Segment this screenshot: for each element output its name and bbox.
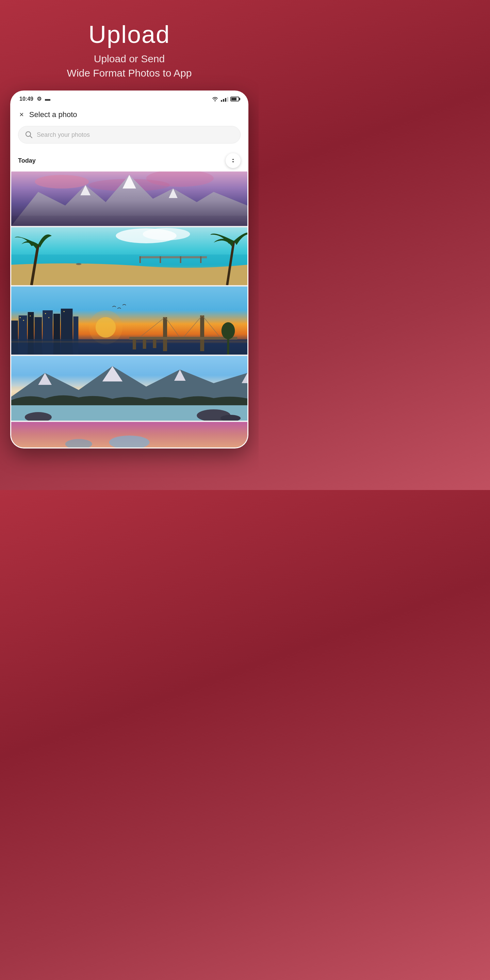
svg-rect-16 bbox=[140, 256, 207, 258]
svg-rect-43 bbox=[163, 317, 167, 351]
svg-rect-17 bbox=[140, 256, 141, 263]
signal-icon bbox=[221, 96, 228, 102]
svg-line-1 bbox=[30, 136, 32, 138]
svg-point-54 bbox=[221, 322, 235, 339]
search-field[interactable]: Search your photos bbox=[18, 126, 240, 143]
main-subtitle: Upload or Send Wide Format Photos to App bbox=[67, 52, 192, 80]
svg-point-3 bbox=[35, 175, 89, 189]
svg-rect-49 bbox=[129, 337, 237, 340]
sort-icon bbox=[230, 158, 236, 164]
svg-rect-40 bbox=[64, 311, 65, 312]
page-header: Upload Upload or Send Wide Format Photos… bbox=[67, 14, 192, 80]
status-bar: 10:49 ⚙ ▬ bbox=[11, 92, 247, 105]
svg-rect-11 bbox=[11, 216, 247, 226]
photo-picker-title: Select a photo bbox=[29, 110, 77, 119]
date-section: Today bbox=[11, 149, 247, 172]
main-title: Upload bbox=[67, 21, 192, 48]
svg-rect-42 bbox=[11, 341, 247, 343]
svg-rect-50 bbox=[133, 339, 136, 350]
photo-item[interactable] bbox=[11, 172, 247, 226]
wifi-icon bbox=[211, 96, 219, 102]
status-left: 10:49 ⚙ ▬ bbox=[19, 95, 50, 102]
svg-rect-39 bbox=[48, 317, 49, 318]
photo-item[interactable] bbox=[11, 227, 247, 285]
svg-rect-20 bbox=[200, 256, 202, 263]
status-right bbox=[211, 96, 239, 102]
photo-item[interactable] bbox=[11, 286, 247, 355]
svg-rect-52 bbox=[153, 339, 156, 348]
svg-rect-35 bbox=[20, 317, 21, 318]
svg-rect-51 bbox=[143, 339, 146, 349]
photo-item[interactable] bbox=[11, 356, 247, 421]
search-placeholder: Search your photos bbox=[37, 131, 234, 138]
sim-icon: ▬ bbox=[45, 96, 50, 102]
battery-icon bbox=[231, 97, 239, 102]
gear-icon: ⚙ bbox=[37, 95, 41, 102]
search-container: Search your photos bbox=[11, 123, 247, 149]
phone-mockup: 10:49 ⚙ ▬ × bbox=[10, 91, 248, 449]
photo-item[interactable] bbox=[11, 422, 247, 447]
svg-rect-38 bbox=[45, 313, 46, 314]
svg-rect-44 bbox=[200, 315, 204, 351]
close-button[interactable]: × bbox=[19, 111, 24, 118]
app-header: × Select a photo bbox=[11, 105, 247, 123]
photos-grid bbox=[11, 172, 247, 447]
svg-rect-18 bbox=[159, 256, 161, 263]
status-time: 10:49 bbox=[19, 96, 33, 102]
svg-point-23 bbox=[76, 263, 81, 265]
date-label: Today bbox=[18, 157, 36, 164]
svg-rect-19 bbox=[180, 256, 181, 263]
svg-rect-37 bbox=[30, 315, 31, 317]
svg-rect-36 bbox=[23, 320, 24, 321]
sort-button[interactable] bbox=[226, 153, 240, 168]
svg-point-14 bbox=[143, 228, 190, 240]
search-icon bbox=[25, 131, 33, 138]
